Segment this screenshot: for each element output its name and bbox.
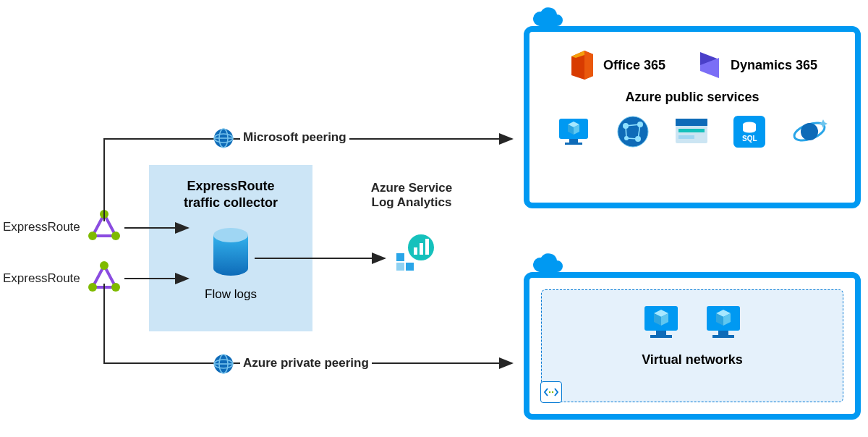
cloud-icon [529, 7, 563, 29]
svg-rect-42 [656, 331, 666, 335]
svg-rect-36 [678, 129, 705, 132]
log-analytics-icon [393, 232, 435, 273]
svg-point-48 [552, 391, 553, 393]
svg-rect-20 [406, 263, 414, 271]
svg-point-47 [549, 391, 550, 393]
virtual-networks-title: Virtual networks [542, 352, 843, 368]
dynamics365-label: Dynamics 365 [731, 58, 817, 73]
log-analytics-title: Azure Service Log Analytics [357, 181, 466, 210]
azure-services-row: SQL [544, 115, 841, 148]
office365-icon [567, 49, 596, 81]
screen-cube-icon [556, 116, 591, 148]
private-peering-label: Azure private peering [240, 356, 372, 370]
vm-icon [640, 303, 682, 342]
vm-icon [702, 303, 744, 342]
log-analytics-l1: Azure Service [371, 181, 452, 195]
svg-rect-46 [712, 335, 734, 338]
sql-badge-label: SQL [742, 135, 757, 143]
vnet-badge-icon [540, 381, 562, 403]
database-icon [208, 225, 254, 279]
network-icon [616, 115, 650, 148]
svg-rect-43 [650, 335, 672, 338]
svg-point-5 [100, 261, 109, 270]
virtual-networks-panel: Virtual networks [524, 272, 861, 420]
svg-point-3 [88, 283, 97, 292]
vnet-inner: Virtual networks [541, 289, 843, 402]
microsoft-peering-label: Microsoft peering [240, 130, 349, 145]
office365-item: Office 365 [567, 49, 665, 81]
office365-label: Office 365 [603, 58, 665, 73]
svg-point-6 [213, 228, 248, 242]
browser-icon [674, 117, 709, 146]
svg-rect-26 [569, 139, 578, 143]
svg-rect-37 [678, 135, 694, 139]
arrow-circuit2-to-collector [124, 278, 195, 279]
expressroute-label-2: ExpressRoute [3, 271, 80, 286]
svg-rect-35 [676, 119, 707, 126]
azure-public-services-title: Azure public services [544, 90, 841, 105]
svg-rect-19 [396, 263, 404, 271]
svg-point-0 [88, 232, 97, 240]
public-services-panel: Office 365 Dynamics 365 Azure public ser… [524, 26, 861, 208]
peering-globe-icon [213, 127, 234, 149]
log-analytics-l2: Log Analytics [372, 195, 452, 209]
arrow-collector-to-loganalytics [255, 258, 392, 259]
svg-rect-27 [565, 143, 582, 145]
cloud-icon [529, 253, 563, 275]
cosmos-icon [791, 115, 828, 148]
svg-point-1 [111, 232, 120, 240]
svg-rect-22 [414, 247, 417, 255]
svg-rect-24 [425, 239, 429, 255]
svg-rect-18 [396, 253, 404, 261]
expressroute-label-1: ExpressRoute [3, 220, 80, 234]
svg-point-40 [801, 123, 818, 140]
sql-icon: SQL [733, 116, 765, 148]
svg-rect-23 [420, 243, 423, 255]
peering-globe-icon [213, 353, 234, 375]
dynamics365-icon [697, 49, 723, 81]
arrow-circuit1-to-collector [124, 227, 195, 229]
dynamics365-item: Dynamics 365 [697, 49, 817, 81]
svg-rect-45 [718, 331, 728, 335]
